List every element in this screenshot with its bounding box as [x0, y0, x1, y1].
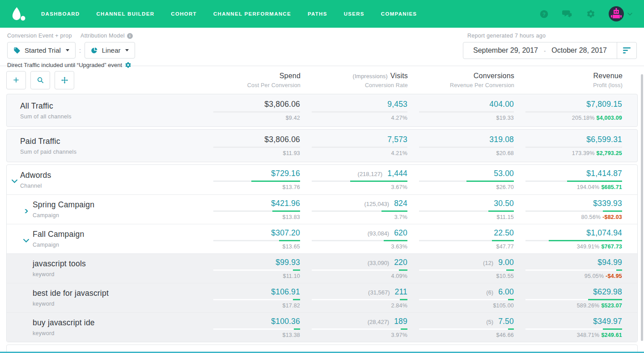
- user-menu[interactable]: [609, 6, 632, 21]
- visits-value[interactable]: 9,453: [387, 100, 407, 109]
- table-row[interactable]: javascript toolskeyword$99.93$11.10(33,0…: [7, 253, 637, 283]
- revenue-value[interactable]: $339.93: [593, 199, 622, 208]
- table-row[interactable]: AdwordsChannel$729.16$13.76(218,127)1,44…: [7, 165, 637, 194]
- nav-item-companies[interactable]: COMPANIES: [381, 11, 417, 17]
- revenue-cell: $349.97348.71%$249.61: [514, 313, 622, 342]
- reorder-button[interactable]: [55, 71, 74, 89]
- chevron-down-icon[interactable]: [23, 239, 29, 243]
- column-header-spend[interactable]: Spend Cost Per Conversion: [202, 72, 301, 88]
- revenue-cell: $94.9995.05%-$4.95: [514, 254, 622, 283]
- conversions-value[interactable]: 319.08: [489, 135, 514, 144]
- gear-icon[interactable]: [586, 9, 595, 18]
- spend-value[interactable]: $421.96: [271, 199, 300, 208]
- revenue-value[interactable]: $94.99: [597, 258, 622, 267]
- vertical-scrollbar[interactable]: [641, 74, 643, 341]
- table-row[interactable]: buy javascript idekeyword$100.36$13.38(2…: [7, 312, 637, 342]
- revenue-sub-value: 173.39%$2,793.25: [572, 150, 622, 156]
- table-row[interactable]: Paid TrafficSum of paid channels$3,806.0…: [7, 130, 637, 162]
- table-row[interactable]: Spring CampaignCampaign$421.96$13.83(125…: [7, 194, 637, 224]
- conversions-value[interactable]: 53.00: [494, 169, 514, 178]
- tag-icon: [13, 47, 21, 54]
- visits-value[interactable]: 1,444: [387, 169, 407, 178]
- visits-sub-value: 3.63%: [391, 244, 407, 250]
- nav-item-channel-performance[interactable]: CHANNEL PERFORMANCE: [213, 11, 291, 17]
- row-type-label: keyword: [33, 301, 202, 307]
- nav-item-paths[interactable]: PATHS: [308, 11, 327, 17]
- table-row[interactable]: Fall CampaignCampaign$307.20$13.65(93,08…: [7, 224, 637, 253]
- date-range[interactable]: September 29, 2017 - October 28, 2017: [463, 42, 617, 59]
- avatar: [609, 6, 624, 21]
- revenue-value[interactable]: $7,809.15: [586, 100, 622, 109]
- row-name: Fall Campaign: [33, 230, 202, 239]
- search-button[interactable]: [30, 71, 50, 89]
- revenue-value[interactable]: $629.98: [593, 287, 622, 297]
- visits-secondary-value: (31,567): [368, 289, 390, 296]
- conversions-value[interactable]: 30.50: [494, 199, 514, 208]
- revenue-bar: [525, 210, 622, 212]
- visits-value[interactable]: 7,573: [387, 135, 407, 144]
- nav-item-channel-builder[interactable]: CHANNEL BUILDER: [96, 11, 154, 17]
- pie-chart-icon: [91, 47, 98, 54]
- profit-value: $249.61: [601, 332, 622, 338]
- visits-sub-value: 4.09%: [391, 273, 407, 279]
- table-card: All TrafficSum of all channels$3,806.06$…: [6, 94, 638, 127]
- visits-value[interactable]: 220: [394, 258, 407, 267]
- attribution-model-dropdown[interactable]: Linear: [85, 42, 136, 59]
- nav-item-dashboard[interactable]: DASHBOARD: [41, 11, 80, 17]
- conversions-sub-value: $47.77: [496, 244, 514, 250]
- app-logo[interactable]: [12, 6, 26, 22]
- conversions-value[interactable]: 404.00: [489, 100, 514, 109]
- chevron-right-icon[interactable]: [23, 209, 29, 213]
- spend-value[interactable]: $99.93: [275, 258, 300, 267]
- column-header-visits[interactable]: (Impressions)Visits Conversion Rate: [301, 72, 408, 88]
- chevron-down-icon[interactable]: [12, 179, 17, 183]
- spend-value[interactable]: $100.36: [271, 317, 300, 326]
- column-header-revenue[interactable]: Revenue Profit (loss): [514, 72, 623, 88]
- conversions-cell: 319.08$20.68: [407, 130, 514, 162]
- spend-sub-value: $17.82: [283, 303, 300, 309]
- revenue-bar: [525, 111, 622, 113]
- spend-sub-value: $11.93: [283, 150, 300, 156]
- conversions-value[interactable]: 7.50: [498, 317, 514, 326]
- conversions-value[interactable]: 6.00: [498, 287, 514, 297]
- chat-icon[interactable]: [562, 9, 573, 19]
- table-row[interactable]: best ide for javascriptkeyword$106.91$17…: [7, 283, 637, 312]
- visits-value[interactable]: 620: [394, 228, 407, 238]
- date-filter-button[interactable]: [617, 42, 636, 59]
- visits-value[interactable]: 189: [394, 317, 407, 326]
- spend-bar: [213, 111, 300, 113]
- nav-item-cohort[interactable]: COHORT: [171, 11, 197, 17]
- revenue-value[interactable]: $1,414.87: [586, 169, 622, 178]
- row-name-cell: All TrafficSum of all channels: [7, 94, 202, 126]
- conversions-cell: 30.50$11.15: [407, 195, 514, 224]
- revenue-value[interactable]: $349.97: [593, 317, 622, 326]
- visits-value[interactable]: 211: [395, 287, 408, 297]
- column-header-conversions[interactable]: Conversions Revenue Per Conversion: [408, 72, 514, 88]
- info-icon[interactable]: i: [127, 33, 133, 39]
- table-header: Spend Cost Per Conversion (Impressions)V…: [6, 66, 638, 94]
- visits-cell: (93,084)6203.63%: [300, 224, 407, 253]
- visits-cell: (218,127)1,4443.67%: [300, 165, 407, 194]
- revenue-value[interactable]: $1,074.94: [586, 228, 622, 238]
- spend-value[interactable]: $729.16: [271, 169, 300, 178]
- spend-value: $3,806.06: [264, 100, 300, 109]
- date-range-picker: September 29, 2017 - October 28, 2017: [463, 42, 637, 59]
- conversions-value[interactable]: 22.50: [494, 228, 514, 238]
- help-icon[interactable]: ?: [539, 9, 549, 19]
- revenue-cell: $6,599.31173.39%$2,793.25: [514, 130, 622, 162]
- revenue-cell: $1,414.87194.04%$685.71: [514, 165, 622, 194]
- table-row[interactable]: All TrafficSum of all channels$3,806.06$…: [7, 94, 637, 126]
- spend-value[interactable]: $307.20: [271, 228, 300, 238]
- settings-gear-icon[interactable]: [125, 62, 131, 68]
- nav-item-users[interactable]: USERS: [344, 11, 364, 17]
- conversions-cell: (5)7.50$46.66: [407, 313, 514, 342]
- visits-value[interactable]: 824: [394, 199, 407, 208]
- visits-secondary-value: (125,043): [364, 201, 390, 207]
- spend-sub-value: $13.38: [283, 332, 300, 338]
- add-channel-button[interactable]: [6, 71, 26, 89]
- revenue-value[interactable]: $6,599.31: [586, 135, 622, 144]
- conversion-event-dropdown[interactable]: Started Trial: [7, 42, 76, 59]
- spend-value[interactable]: $106.91: [271, 287, 300, 297]
- conversions-value[interactable]: 9.00: [498, 258, 514, 267]
- row-name: javascript tools: [33, 259, 202, 269]
